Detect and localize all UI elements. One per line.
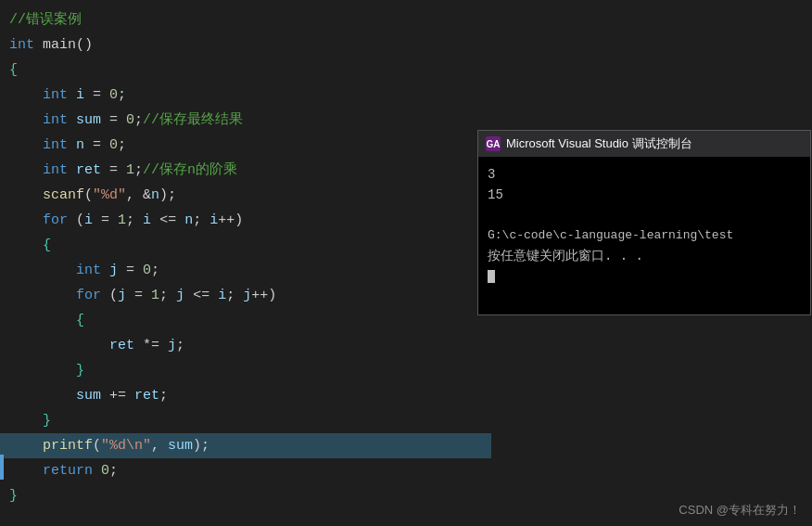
semi-5: ; [134,108,143,133]
eq-11: = [118,258,143,283]
indent-9 [9,208,43,233]
space-4 [68,83,76,108]
var-ret: ret [76,158,101,183]
kw-int-4: int [43,83,68,108]
console-title: Microsoft Visual Studio 调试控制台 [506,135,692,152]
code-line-15: } [0,358,491,383]
eq-7: = [101,158,126,183]
brace-close-main: } [9,483,18,508]
close-8: ); [159,183,176,208]
line-highlight-accent [0,455,4,480]
brace-open-1: { [9,58,18,83]
var-n-8: n [151,183,159,208]
func-printf: printf [43,433,93,458]
indent-15 [9,358,76,383]
space-6 [68,133,76,158]
code-editor: //错误案例 int main() { int i = 0 ; int sum … [0,0,491,526]
code-line-19: return 0 ; [0,458,491,483]
code-line-8: scanf ( "%d" , & n ); [0,183,491,208]
code-line-16: sum += ret ; [0,383,491,408]
indent-13 [9,308,76,333]
indent-7 [9,158,43,183]
for-9c: <= [151,208,184,233]
console-path: G:\c-code\c-language-learning\test [488,225,801,246]
for-12d: <= [184,283,218,308]
output-line-2: 15 [488,185,801,205]
kw-int-5: int [43,108,68,133]
for-12a: ( [101,283,118,308]
eq-4: = [84,83,109,108]
for-body-9: ( [68,208,84,233]
code-line-20: } [0,483,491,508]
text-main: main() [34,32,93,58]
kw-int-7: int [43,158,68,183]
comment-7: //保存n的阶乘 [143,158,237,183]
comma-8: , & [126,183,151,208]
watermark: CSDN @专科在努力！ [679,502,801,519]
indent-14 [9,333,109,358]
kw-int-6: int [43,133,68,158]
code-line-12: for ( j = 1 ; j <= i ; j ++) [0,283,491,308]
watermark-text: CSDN @专科在努力！ [679,503,801,517]
console-titlebar: GA Microsoft Visual Studio 调试控制台 [478,131,810,157]
vs-icon-label: GA [487,139,501,149]
output-line-1: 3 [488,164,801,185]
var-i: i [76,83,84,108]
for-12f: ++) [251,283,276,308]
kw-for-9: for [43,208,68,233]
brace-10: { [43,233,51,258]
paren-8: ( [84,183,93,208]
for-9d: ; [193,208,209,233]
num-0-6: 0 [109,133,118,158]
for-9a: = [93,208,118,233]
space-7 [68,158,76,183]
var-n-9: n [184,208,193,233]
for-9f: ++) [218,208,243,233]
code-line-18: printf ( "%d\n" , sum ); [0,433,491,458]
var-ret-16: ret [134,383,159,408]
for-12e: ; [226,283,243,308]
func-scanf: scanf [43,183,84,208]
close-18: ); [193,433,209,458]
var-i-9b: i [143,208,151,233]
semi-6: ; [118,133,126,158]
semi-7: ; [134,158,143,183]
kw-int-main: int [9,32,34,58]
code-line-7: int ret = 1 ; //保存n的阶乘 [0,158,491,183]
num-1-9: 1 [118,208,126,233]
indent-8 [9,183,43,208]
indent-18 [9,433,43,458]
for-9b: ; [126,208,143,233]
kw-int-11: int [76,258,101,283]
code-line-3: { [0,58,491,83]
var-j-12b: j [176,283,184,308]
indent-16 [9,383,76,408]
output-line-3 [488,205,801,225]
num-0-5: 0 [126,108,134,133]
code-line-14: ret *= j ; [0,333,491,358]
console-content: 3 15 G:\c-code\c-language-learning\test … [478,157,810,314]
var-j-14: j [168,333,176,358]
semi-11: ; [151,258,159,283]
var-i-9: i [84,208,93,233]
console-window[interactable]: GA Microsoft Visual Studio 调试控制台 3 15 G:… [477,130,811,315]
op-16: += [101,383,134,408]
brace-close-17: } [43,408,51,433]
code-line-1: //错误案例 [0,7,491,32]
code-line-5: int sum = 0 ; //保存最终结果 [0,108,491,133]
num-1-7: 1 [126,158,134,183]
indent-6 [9,133,43,158]
console-close-msg: 按任意键关闭此窗口. . . [488,246,801,266]
var-n: n [76,133,84,158]
semi-19: ; [109,458,118,483]
semi-14: ; [176,333,184,358]
console-cursor-line [488,266,801,287]
eq-5: = [101,108,126,133]
space-11 [101,258,109,283]
var-sum-16: sum [76,383,101,408]
semi-4: ; [118,83,126,108]
kw-return: return [43,458,93,483]
var-ret-14: ret [109,333,134,358]
var-j-12c: j [243,283,251,308]
vs-icon: GA [486,136,501,151]
